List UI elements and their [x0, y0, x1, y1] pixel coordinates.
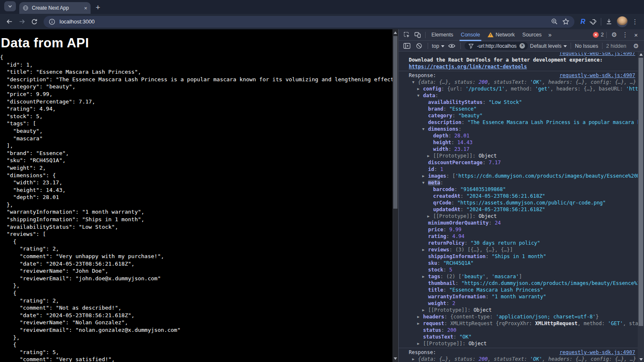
- clear-console-icon[interactable]: [414, 41, 424, 51]
- extensions-puzzle-icon[interactable]: [589, 18, 597, 25]
- page-scrollbar-thumb[interactable]: [393, 36, 397, 209]
- inspect-element-icon[interactable]: [402, 30, 412, 39]
- devtools-settings-icon[interactable]: ⚙: [609, 30, 619, 39]
- json-line: "rating": 4.94,: [0, 105, 392, 113]
- console-text: :: [460, 193, 466, 199]
- context-selector[interactable]: top: [432, 43, 444, 49]
- console-sidebar-icon[interactable]: [402, 41, 412, 51]
- console-tree-row[interactable]: tags: (2) ['beauty', 'mascara']: [399, 273, 638, 280]
- expand-arrow-icon[interactable]: [427, 213, 429, 220]
- tab-sources[interactable]: Sources: [519, 29, 545, 41]
- url-bar[interactable]: localhost:3000: [44, 16, 574, 28]
- bookmark-star-icon[interactable]: [562, 18, 569, 25]
- scroll-up-button[interactable]: [392, 29, 398, 36]
- expand-arrow-icon[interactable]: [417, 340, 419, 347]
- source-location-link[interactable]: requestly-web-sdk.js:4907: [559, 349, 635, 356]
- expand-arrow-icon[interactable]: [417, 313, 419, 320]
- scroll-down-button[interactable]: [638, 357, 644, 362]
- json-view: { "id": 1, "title": "Essence Mascara Las…: [0, 54, 392, 362]
- profile-avatar[interactable]: [617, 16, 628, 27]
- more-tabs-button[interactable]: »: [546, 29, 554, 41]
- expand-arrow-icon[interactable]: [422, 173, 424, 179]
- json-line: "beauty",: [0, 127, 392, 135]
- device-toolbar-icon[interactable]: [413, 30, 423, 39]
- devtools-tabbar: Elements Console Network Sources » ✕ 2 ⚙…: [399, 29, 644, 41]
- console-scrollbar[interactable]: [638, 52, 644, 362]
- collapse-arrow-icon[interactable]: [417, 92, 419, 99]
- console-tree-row[interactable]: [[Prototype]]: Object: [399, 213, 638, 220]
- console-tree-row[interactable]: [[Prototype]]: Object: [399, 340, 638, 347]
- hidden-messages-count[interactable]: 2 hidden: [606, 43, 626, 49]
- issues-counter[interactable]: No Issues: [575, 43, 598, 49]
- toolbar-divider: [425, 32, 426, 38]
- browser-menu-icon[interactable]: ⋮: [632, 18, 638, 26]
- downloads-icon[interactable]: [605, 18, 613, 25]
- console-message-row: availabilityStatus: "Low Stock": [399, 99, 638, 106]
- console-tree-row[interactable]: {data: {…}, status: 200, statusText: 'OK…: [399, 79, 638, 85]
- source-location-link[interactable]: requestly-web-sdk.js:4907: [559, 52, 635, 57]
- console-tree-row[interactable]: images: ['https://cdn.dummyjson.com/prod…: [399, 173, 638, 179]
- zoom-icon[interactable]: [551, 18, 558, 25]
- json-line: "date": "2024-05-23T08:56:21.618Z",: [0, 312, 392, 319]
- requestly-extension-icon[interactable]: R: [580, 18, 585, 26]
- console-tree-row[interactable]: [[Prototype]]: Object: [399, 153, 638, 159]
- back-button[interactable]: [3, 16, 15, 28]
- console-scrollbar-thumb[interactable]: [639, 58, 643, 326]
- tab-search-button[interactable]: [4, 1, 16, 11]
- expand-arrow-icon[interactable]: [422, 307, 424, 313]
- console-text: "Ships in 1 month": [492, 253, 546, 259]
- console-link[interactable]: https://reactjs.org/link/react-devtools: [409, 64, 527, 70]
- console-text: [[Prototype]]: [433, 153, 473, 159]
- console-text: :: [451, 140, 457, 145]
- collapse-arrow-icon[interactable]: [422, 179, 424, 186]
- console-tree-row[interactable]: reviews: (3) [{…}, {…}, {…}]: [399, 246, 638, 253]
- console-tree-row[interactable]: {data: {…}, status: 200, statusText: 'OK…: [399, 356, 638, 362]
- site-info-icon[interactable]: [49, 18, 55, 25]
- json-line: "width": 23.17,: [0, 179, 392, 186]
- scroll-up-button[interactable]: [638, 52, 644, 57]
- console-text: "9164035109868": [460, 186, 506, 192]
- tab-console[interactable]: Console: [457, 29, 483, 41]
- json-line: "date": "2024-05-23T08:56:21.618Z",: [0, 260, 392, 268]
- page-scrollbar[interactable]: [392, 29, 398, 362]
- console-tree-row[interactable]: config: {url: '/products/1', method: 'ge…: [399, 85, 638, 92]
- expand-arrow-icon[interactable]: [427, 153, 429, 159]
- devtools-menu-icon[interactable]: ⋮: [620, 30, 630, 39]
- console-message-row: discountPercentage: 7.17: [399, 159, 638, 166]
- browser-tab[interactable]: Create Next App ×: [19, 2, 91, 14]
- console-text: "Essence": [449, 106, 477, 112]
- live-expression-eye-icon[interactable]: [447, 41, 457, 51]
- expand-arrow-icon[interactable]: [422, 273, 424, 280]
- console-tree-row[interactable]: meta:: [399, 179, 638, 186]
- tab-close-button[interactable]: ×: [84, 5, 87, 11]
- console-tree-row[interactable]: request: XMLHttpRequest {rqProxyXhr: XML…: [399, 320, 638, 327]
- source-location-link[interactable]: requestly-web-sdk.js:4907: [559, 72, 635, 79]
- new-tab-button[interactable]: +: [96, 4, 100, 11]
- console-tree-row[interactable]: headers: {content-type: 'application/jso…: [399, 313, 638, 320]
- reload-button[interactable]: [29, 16, 40, 28]
- console-text: :: [441, 327, 447, 333]
- log-levels-dropdown[interactable]: Default levels: [530, 43, 567, 49]
- expand-arrow-icon[interactable]: [417, 320, 419, 327]
- console-tree-row[interactable]: [[Prototype]]: Object: [399, 307, 638, 313]
- console-filter-input[interactable]: -url:http://localhos ×: [465, 42, 528, 50]
- console-tree-row[interactable]: dimensions:: [399, 126, 638, 132]
- expand-arrow-icon[interactable]: [417, 85, 419, 92]
- triangle-up-icon: [394, 31, 397, 34]
- devtools-close-icon[interactable]: ×: [631, 30, 641, 39]
- forward-button[interactable]: [16, 16, 28, 28]
- expand-arrow-icon[interactable]: [412, 356, 414, 362]
- collapse-arrow-icon[interactable]: [422, 126, 424, 132]
- tab-label: Network: [496, 32, 515, 38]
- scroll-down-button[interactable]: [392, 355, 398, 362]
- console-settings-icon[interactable]: ⚙: [631, 41, 641, 51]
- triangle-down-icon: [394, 357, 397, 360]
- tab-network[interactable]: Network: [484, 29, 518, 41]
- url-text[interactable]: localhost:3000: [60, 18, 547, 25]
- tab-elements[interactable]: Elements: [428, 29, 457, 41]
- clear-filter-icon[interactable]: ×: [519, 43, 525, 49]
- error-count-badge[interactable]: ✕ 2: [593, 32, 604, 38]
- collapse-arrow-icon[interactable]: [412, 79, 414, 85]
- expand-arrow-icon[interactable]: [422, 246, 424, 253]
- console-tree-row[interactable]: data:: [399, 92, 638, 99]
